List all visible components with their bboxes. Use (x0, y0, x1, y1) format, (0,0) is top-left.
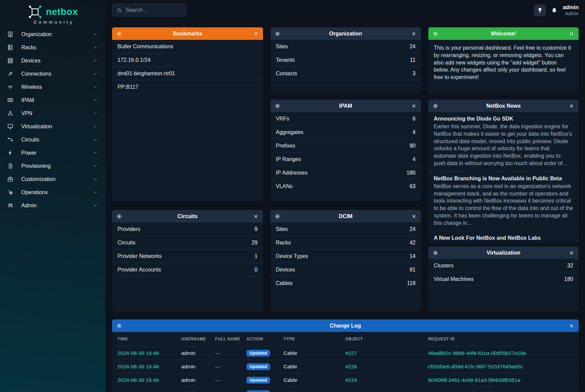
change-action-cell: Updated (246, 363, 284, 370)
gear-icon[interactable] (275, 31, 280, 36)
sidebar-item-operations[interactable]: Operations (0, 186, 106, 199)
close-icon[interactable] (411, 31, 417, 36)
search-input[interactable] (126, 7, 182, 13)
close-icon[interactable] (569, 250, 574, 256)
bell-icon[interactable] (551, 7, 558, 14)
stat-row-prefixes[interactable]: Prefixes90 (270, 139, 421, 153)
change-request-id-link[interactable]: cf92d3e6-d09d-41fc-9fd7-52337649ab5c (428, 364, 573, 370)
gear-icon[interactable] (433, 250, 438, 256)
stat-row-devices[interactable]: Devices81 (270, 263, 421, 277)
widget-title: IPAM (270, 103, 421, 109)
gear-icon[interactable] (116, 214, 122, 219)
sidebar-item-organization[interactable]: Organization (0, 28, 106, 41)
close-icon[interactable] (569, 103, 574, 109)
change-time-link[interactable]: 2024-08-30 18:48 (117, 350, 181, 356)
brand[interactable]: netbox (0, 0, 106, 19)
change-username: admin (181, 377, 215, 383)
stat-row-circuits[interactable]: Circuits29 (112, 236, 263, 250)
theme-toggle-button[interactable] (534, 4, 546, 16)
widget-title: Bookmarks (112, 31, 263, 37)
bookmark-item[interactable]: 172.16.0.1/24 (112, 53, 263, 67)
news-article-title[interactable]: NetBox Branching is Now Available in Pub… (434, 176, 573, 182)
gear-icon[interactable] (116, 323, 122, 329)
change-object-link[interactable]: #224 (345, 391, 428, 392)
bookmark-item[interactable]: Butler Communications (112, 40, 263, 53)
user-menu[interactable]: admin Admin (563, 4, 579, 16)
brand-name: netbox (46, 6, 78, 17)
widget-ipam: IPAM VRFs6 Aggregates4 Prefixes90 IP Ran… (270, 100, 421, 202)
close-icon[interactable] (569, 323, 574, 329)
table-row: 2024-08-30 18:48 admin — Updated Cable #… (112, 360, 579, 373)
sidebar-item-ipam[interactable]: IPAM (0, 94, 106, 107)
sidebar-item-customization[interactable]: Customization (0, 173, 106, 186)
search-box[interactable] (112, 4, 187, 17)
close-icon[interactable] (253, 214, 259, 219)
welcome-text: This is your personal dashboard. Feel fr… (428, 40, 579, 85)
stat-row-ip-addresses[interactable]: IP Addresses180 (270, 166, 421, 180)
stat-row-provider-accounts[interactable]: Provider Accounts0 (112, 263, 263, 277)
change-time-link[interactable]: 2024-08-30 18:48 (117, 377, 181, 383)
widget-title: DCIM (270, 213, 421, 219)
stat-row-providers[interactable]: Providers9 (112, 223, 263, 236)
stat-row-sites[interactable]: Sites24 (270, 40, 421, 53)
search-icon (116, 7, 122, 13)
widget-dcim-header: DCIM (270, 210, 421, 223)
stat-row-ip-ranges[interactable]: IP Ranges4 (270, 153, 421, 166)
change-object-link[interactable]: #224 (345, 377, 428, 383)
gear-icon[interactable] (275, 214, 280, 219)
change-object-link[interactable]: #226 (345, 364, 428, 370)
column-header-action: Action (246, 337, 284, 341)
stat-row-contacts[interactable]: Contacts3 (270, 67, 421, 80)
stat-row-provider-networks[interactable]: Provider Networks1 (112, 250, 263, 263)
stat-row-sites[interactable]: Sites24 (270, 223, 421, 236)
change-request-id-link[interactable]: 7c3a4c3c-aec9-47f2-99f6-f09301c997a3 (428, 391, 573, 392)
change-time-link[interactable]: 2024-08-30 18:48 (117, 364, 181, 370)
sidebar-item-devices[interactable]: Devices (0, 54, 106, 67)
change-action-cell: Updated (246, 377, 284, 384)
widget-organization: Organization Sites24 Tenants11 Contacts3 (270, 27, 421, 93)
close-icon[interactable] (253, 31, 259, 36)
change-request-id-link[interactable]: 48ad8b2c-986d-44fd-81ca-00d55b27e19a (428, 350, 573, 356)
change-action-cell: Updated (246, 390, 284, 392)
change-request-id-link[interactable]: 9cf40fdf-3461-4c88-81a3-5feb39f8391a (428, 377, 573, 383)
sidebar-item-admin[interactable]: Admin (0, 199, 106, 212)
stat-row-virtual-machines[interactable]: Virtual Machines180 (428, 272, 579, 286)
change-object-link[interactable]: #227 (345, 350, 428, 356)
gears-icon (7, 189, 14, 195)
bookmark-item[interactable]: dmi01-binghamton-rtr01 (112, 67, 263, 80)
gear-icon[interactable] (116, 31, 122, 36)
stat-row-vlans[interactable]: VLANs63 (270, 180, 421, 193)
table-header-row: Time Username Full Name Action Type Obje… (112, 332, 579, 346)
bookmark-item[interactable]: PP:B117 (112, 80, 263, 94)
widget-virtualization: Virtualization Clusters32 Virtual Machin… (428, 246, 579, 312)
close-icon[interactable] (411, 214, 417, 219)
close-icon[interactable] (411, 103, 417, 109)
widget-virtualization-header: Virtualization (428, 246, 579, 259)
stat-row-aggregates[interactable]: Aggregates4 (270, 126, 421, 139)
widget-circuits-header: Circuits (112, 210, 263, 223)
news-article-title[interactable]: A New Look For NetBox and NetBox Labs (434, 235, 573, 241)
stat-row-cables[interactable]: Cables118 (270, 277, 421, 290)
gear-icon[interactable] (433, 103, 438, 109)
sidebar-item-racks[interactable]: Racks (0, 41, 106, 54)
sidebar-item-connections[interactable]: Connections (0, 67, 106, 80)
sidebar-item-vpn[interactable]: VPN (0, 107, 106, 120)
sidebar-item-provisioning[interactable]: Provisioning (0, 159, 106, 173)
gear-icon[interactable] (275, 103, 280, 109)
sidebar-item-wireless[interactable]: Wireless (0, 80, 106, 94)
sidebar-item-virtualization[interactable]: Virtualization (0, 120, 106, 133)
gear-icon[interactable] (433, 31, 438, 36)
close-icon[interactable] (569, 31, 574, 36)
change-time-link[interactable]: 2024-08-30 18:47 (117, 391, 181, 392)
column-header-username: Username (181, 337, 215, 341)
stat-row-racks[interactable]: Racks42 (270, 236, 421, 250)
sidebar-item-power[interactable]: Power (0, 146, 106, 159)
stat-row-vrfs[interactable]: VRFs6 (270, 112, 421, 126)
wifi-icon (7, 84, 14, 90)
stat-row-device-types[interactable]: Device Types14 (270, 250, 421, 263)
widget-title: Welcome! (428, 31, 579, 37)
news-article-title[interactable]: Announcing the Diode Go SDK (434, 116, 573, 122)
stat-row-clusters[interactable]: Clusters32 (428, 259, 579, 272)
stat-row-tenants[interactable]: Tenants11 (270, 53, 421, 67)
sidebar-item-circuits[interactable]: Circuits (0, 133, 106, 146)
